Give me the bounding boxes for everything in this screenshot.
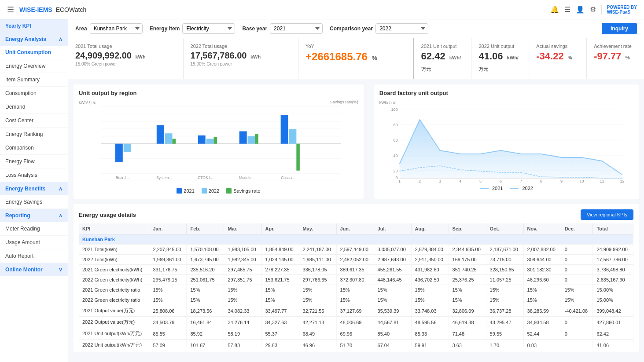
svg-text:Board ...: Board ... — [116, 176, 130, 180]
kpi-2022-total: 2022 Total usage 17,567,786.00 kWh 15.00… — [184, 38, 299, 79]
sidebar-item-loss-analysis[interactable]: Loss Analysis — [0, 168, 68, 182]
sidebar-item-item-summary[interactable]: Item Summary — [0, 73, 68, 87]
kpi-right: 2021 Unit output 62.42 kWh/万元 2022 Unit … — [414, 38, 644, 79]
svg-text:Chassi...: Chassi... — [281, 176, 295, 180]
energy-item-filter: Energy item Electricity — [150, 23, 236, 34]
table-cell: 57.09 — [149, 340, 187, 347]
svg-text:2: 2 — [419, 179, 421, 183]
table-cell: 153,621.75 — [261, 275, 299, 285]
table-cell: 46,296.60 — [523, 275, 561, 285]
area-select[interactable]: Kunshan Park — [90, 23, 143, 34]
table-cell: 448,146.45 — [374, 275, 411, 285]
factory-legend-2021: 2021 — [480, 186, 503, 191]
table-cell: 1,673,745.00 — [187, 255, 224, 265]
sidebar-item-cost-center[interactable]: Cost Center — [0, 114, 68, 128]
table-cell: 251,061.75 — [187, 275, 224, 285]
list-icon[interactable]: ☰ — [564, 5, 570, 14]
sidebar-item-unit-consumption[interactable]: Unit Consumption — [0, 46, 68, 59]
svg-text:100: 100 — [391, 107, 397, 112]
table-cell: 436,702.50 — [411, 275, 449, 285]
gear-icon[interactable]: ⚙ — [590, 5, 596, 14]
table-cell: 1,969,861.00 — [149, 255, 187, 265]
board-factory-title: Board factory unit output — [379, 90, 633, 96]
sidebar-item-auto-report[interactable]: Auto Report — [0, 249, 68, 263]
bell-icon[interactable]: 🔔 — [550, 5, 559, 14]
table-cell: -- — [561, 340, 593, 347]
svg-text:60: 60 — [393, 138, 397, 143]
table-cell: 15% — [187, 285, 224, 295]
table-cell: 2,344,935.00 — [449, 245, 486, 255]
sidebar-online-monitor[interactable]: Online Monitor ∨ — [0, 263, 68, 276]
sidebar-item-energy-savings[interactable]: Energy Savings — [0, 195, 68, 209]
table-cell: 73,715.00 — [486, 255, 523, 265]
table-cell: 351,740.25 — [449, 265, 486, 275]
svg-rect-44 — [281, 115, 288, 144]
table-cell: 15% — [374, 295, 411, 305]
sidebar-item-energy-flow[interactable]: Energy Flow — [0, 155, 68, 168]
table-cell: 15% — [561, 285, 593, 295]
base-year-label: Base year — [242, 26, 267, 32]
table-cell: 1,854,849.00 — [261, 245, 299, 255]
sidebar-energy-analysis[interactable]: Energy Analysis ∧ — [0, 33, 68, 46]
kpi-yoy-value: +2661685.76 % — [305, 51, 406, 63]
comparison-year-select[interactable]: 2022 — [375, 23, 428, 34]
table-cell: 1,570,108.00 — [187, 245, 224, 255]
kpi-actual-savings-value: -34.22 % — [536, 51, 579, 62]
sidebar-energy-benefits[interactable]: Energy Benefits ∧ — [0, 182, 68, 195]
col-dec: Dec. — [561, 223, 593, 234]
table-row: 2021 Unit output(kWh/万元)85.5585.9258.195… — [79, 328, 633, 340]
svg-text:80: 80 — [393, 123, 397, 127]
base-year-select[interactable]: 2021 — [270, 23, 323, 34]
sidebar-item-energy-overview[interactable]: Energy Overview — [0, 59, 68, 73]
table-cell: 169,175.00 — [449, 255, 486, 265]
svg-rect-35 — [157, 125, 164, 143]
board-factory-svg: 100 80 60 40 20 0 — [379, 106, 633, 183]
sidebar-reporting[interactable]: Reporting ∧ — [0, 209, 68, 222]
sidebar-yearly-kpi[interactable]: Yearly KPI — [0, 19, 68, 33]
menu-icon[interactable]: ☰ — [7, 5, 14, 15]
col-jul: Jul. — [374, 223, 411, 234]
svg-rect-38 — [198, 135, 206, 144]
col-total: Total — [593, 223, 633, 234]
sidebar-item-energy-ranking[interactable]: Energy Ranking — [0, 128, 68, 141]
table-cell: 1,982,345.00 — [224, 255, 261, 265]
table-cell-label: 2021 Output value(万元) — [79, 305, 149, 317]
svg-text:0: 0 — [395, 176, 397, 180]
table-cell: 15% — [523, 295, 561, 305]
table-cell: 0 — [561, 255, 593, 265]
col-jun: Jun. — [336, 223, 374, 234]
sidebar-item-demand[interactable]: Demand — [0, 100, 68, 114]
table-cell: 46.96 — [299, 340, 336, 347]
sidebar-item-comparison[interactable]: Comparison — [0, 141, 68, 155]
header: ☰ WISE-iEMS ECOWatch 🔔 ☰ 👤 ⚙ POWERED BY … — [0, 0, 644, 19]
svg-text:6: 6 — [500, 179, 502, 183]
table-cell: 455,261.55 — [374, 265, 411, 275]
table-cell: 3.63 — [449, 340, 486, 347]
sidebar-item-consumption[interactable]: Consumption — [0, 87, 68, 100]
sidebar-item-meter-reading[interactable]: Meter Reading — [0, 222, 68, 236]
unit-output-svg: 13K 10K 7866 5244 2622 0 -2622 -5244 -78… — [101, 100, 341, 183]
svg-marker-64 — [399, 120, 622, 178]
table-cell: 2,911,350.00 — [411, 255, 449, 265]
table-title: Energy usage details — [79, 212, 136, 218]
table-cell: 85.92 — [187, 328, 224, 340]
inquiry-button[interactable]: Inquiry — [602, 23, 637, 34]
table-cell: 59.91 — [411, 340, 449, 347]
legend-savings-rate: Savings rate — [226, 188, 260, 194]
svg-rect-42 — [247, 136, 255, 144]
table-cell: 58.19 — [224, 328, 261, 340]
user-icon[interactable]: 👤 — [576, 5, 585, 14]
view-regional-kpis-button[interactable]: View regional KPIs — [581, 209, 633, 220]
svg-rect-43 — [255, 134, 258, 144]
table-cell: 17,567,786.00 — [593, 255, 633, 265]
energy-item-select[interactable]: Electricity — [182, 23, 235, 34]
table-cell: 301,182.30 — [523, 265, 561, 275]
table-cell: 57.83 — [224, 340, 261, 347]
sidebar-item-usage-amount[interactable]: Usage Amount — [0, 236, 68, 249]
legend-2022: 2022 — [202, 188, 219, 194]
table-section-kunshan: Kunshan Park — [79, 234, 633, 245]
table-cell: 42,271.13 — [299, 317, 336, 328]
table-cell: 15.00% — [593, 285, 633, 295]
comparison-year-filter: Comparison year 2022 — [330, 23, 428, 34]
table-cell: 15% — [224, 295, 261, 305]
